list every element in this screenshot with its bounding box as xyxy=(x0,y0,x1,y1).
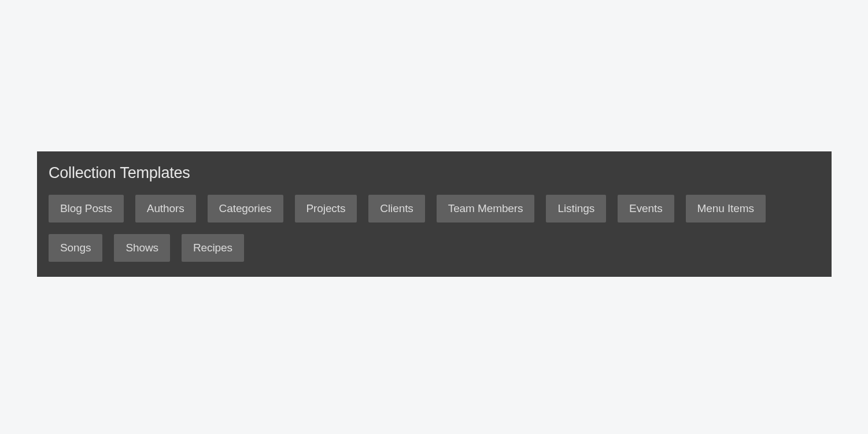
template-button-songs[interactable]: Songs xyxy=(49,234,102,262)
template-button-row: Blog Posts Authors Categories Projects C… xyxy=(49,195,820,262)
template-button-team-members[interactable]: Team Members xyxy=(437,195,535,222)
panel-title: Collection Templates xyxy=(49,164,820,182)
template-button-menu-items[interactable]: Menu Items xyxy=(686,195,766,222)
collection-templates-panel: Collection Templates Blog Posts Authors … xyxy=(37,151,832,277)
template-button-events[interactable]: Events xyxy=(618,195,674,222)
template-button-blog-posts[interactable]: Blog Posts xyxy=(49,195,124,222)
template-button-authors[interactable]: Authors xyxy=(135,195,196,222)
template-button-listings[interactable]: Listings xyxy=(546,195,606,222)
template-button-clients[interactable]: Clients xyxy=(368,195,424,222)
template-button-recipes[interactable]: Recipes xyxy=(182,234,244,262)
template-button-categories[interactable]: Categories xyxy=(208,195,283,222)
template-button-projects[interactable]: Projects xyxy=(295,195,357,222)
template-button-shows[interactable]: Shows xyxy=(114,234,170,262)
